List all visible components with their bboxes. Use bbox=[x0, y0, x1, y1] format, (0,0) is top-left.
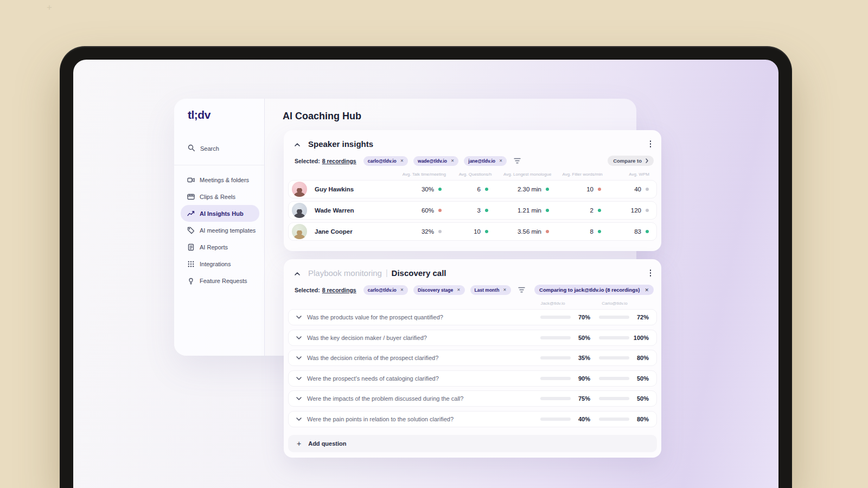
question-row[interactable]: Were the impacts of the problem discusse… bbox=[288, 390, 657, 407]
progress-percent-left: 50% bbox=[571, 335, 590, 341]
filter-chip-wade[interactable]: wade@tldv.io✕ bbox=[413, 156, 458, 166]
playbook-header: Playbook monitoring | Discovery call bbox=[295, 268, 654, 278]
chip-label: carlo@tldv.io bbox=[368, 158, 397, 164]
close-icon[interactable]: ✕ bbox=[400, 158, 404, 163]
filter-chip-jane[interactable]: jane@tldv.io✕ bbox=[464, 156, 507, 166]
sidebar-item-clips-reels[interactable]: Clips & Reels bbox=[181, 188, 259, 205]
question-row[interactable]: Were the prospect's needs of cataloging … bbox=[288, 370, 657, 387]
sidebar-item-label: Meetings & folders bbox=[200, 177, 249, 183]
chip-label: wade@tldv.io bbox=[418, 158, 447, 164]
comparing-label: Comparing to jack@tldv.io (8 recordings) bbox=[539, 287, 640, 293]
sidebar-item-ai-insights-hub[interactable]: AI Insights Hub bbox=[181, 205, 259, 222]
metric-value: 30% bbox=[422, 186, 434, 192]
chip-label: carlo@tldv.io bbox=[368, 287, 397, 293]
metric-value: 10 bbox=[586, 186, 593, 192]
metric-value: 60% bbox=[422, 207, 434, 214]
column-header: Avg. Filler words/min bbox=[551, 172, 602, 177]
column-header: Avg. Longest monologue bbox=[492, 172, 551, 177]
selected-recordings-link[interactable]: 8 recordings bbox=[322, 158, 356, 164]
sidebar-item-ai-reports[interactable]: AI Reports bbox=[181, 239, 259, 255]
progress-bar-right bbox=[599, 356, 629, 359]
table-row-wade-warren[interactable]: Wade Warren 60% 3 1.21 min 2 120 bbox=[288, 201, 657, 220]
question-row[interactable]: Were the pain points in relation to the … bbox=[288, 411, 657, 427]
metric-value: 10 bbox=[474, 228, 481, 235]
filter-lines-icon[interactable] bbox=[514, 158, 521, 164]
chevron-down-icon bbox=[296, 377, 302, 380]
avatar bbox=[292, 203, 307, 218]
progress-bar-right bbox=[599, 316, 629, 319]
column-header: Avg. Questions/h bbox=[446, 172, 492, 177]
collapse-chevron-up-icon[interactable] bbox=[295, 268, 300, 278]
grid-dots-icon bbox=[187, 260, 195, 268]
selected-recordings-link[interactable]: 8 recordings bbox=[322, 287, 356, 293]
sidebar-item-feature-requests[interactable]: Feature Requests bbox=[181, 272, 259, 289]
filter-chip-last-month[interactable]: Last month✕ bbox=[470, 285, 511, 295]
sidebar-item-meetings-folders[interactable]: Meetings & folders bbox=[181, 171, 259, 188]
chip-label: jane@tldv.io bbox=[468, 158, 495, 164]
speaker-filter-chips: carlo@tldv.io✕ wade@tldv.io✕ jane@tldv.i… bbox=[363, 156, 507, 166]
metric-value: 83 bbox=[634, 228, 641, 235]
collapse-chevron-up-icon[interactable] bbox=[295, 139, 300, 149]
progress-bar-right bbox=[599, 336, 629, 339]
comparing-to-chip[interactable]: Comparing to jack@tldv.io (8 recordings)… bbox=[534, 285, 654, 295]
metric-value: 32% bbox=[422, 228, 434, 235]
avatar bbox=[292, 224, 307, 239]
add-question-button[interactable]: + Add question bbox=[288, 435, 657, 452]
filter-lines-icon[interactable] bbox=[518, 287, 525, 293]
progress-bar-left bbox=[540, 397, 571, 400]
question-row[interactable]: Was the decision criteria of the prospec… bbox=[288, 350, 657, 366]
close-icon[interactable]: ✕ bbox=[503, 287, 506, 292]
speaker-name: Jane Cooper bbox=[315, 228, 384, 235]
kebab-menu-icon[interactable] bbox=[647, 268, 654, 278]
progress-percent-left: 40% bbox=[571, 416, 590, 422]
speaker-column-headers: Avg. Talk time/meeting Avg. Questions/h … bbox=[299, 172, 649, 177]
status-dot bbox=[646, 209, 649, 212]
compare-to-button[interactable]: Compare to bbox=[608, 156, 654, 166]
status-dot bbox=[646, 230, 649, 233]
sidebar-item-label: Integrations bbox=[200, 261, 231, 267]
selected-label: Selected: bbox=[295, 158, 320, 164]
trend-chart-icon bbox=[187, 210, 195, 217]
compare-column-carlo: Carlo@tldv.io bbox=[588, 301, 642, 306]
sidebar-item-label: Clips & Reels bbox=[200, 194, 235, 200]
close-icon[interactable]: ✕ bbox=[457, 287, 460, 292]
close-icon[interactable]: ✕ bbox=[499, 158, 502, 163]
close-icon[interactable]: ✕ bbox=[644, 287, 649, 293]
sidebar-item-ai-meeting-templates[interactable]: AI meeting templates bbox=[181, 222, 259, 239]
lightbulb-icon bbox=[187, 277, 195, 285]
question-text: Were the prospect's needs of cataloging … bbox=[307, 375, 540, 382]
close-icon[interactable]: ✕ bbox=[400, 287, 404, 292]
status-dot bbox=[646, 188, 649, 191]
search-input[interactable]: Search bbox=[188, 144, 219, 153]
speaker-rows: Guy Hawkins 30% 6 2.30 min 10 40 Wade Wa… bbox=[288, 180, 657, 243]
filter-chip-discovery-stage[interactable]: Discovery stage✕ bbox=[413, 285, 465, 295]
question-text: Was the key decision maker / buyer clari… bbox=[307, 335, 540, 341]
chevron-down-icon bbox=[296, 356, 302, 359]
chevron-down-icon bbox=[296, 418, 302, 421]
sidebar-item-integrations[interactable]: Integrations bbox=[181, 255, 259, 272]
metric-value: 3.56 min bbox=[518, 228, 541, 235]
progress-bar-left bbox=[540, 316, 571, 319]
chevron-down-icon bbox=[296, 316, 302, 319]
filter-chip-carlo[interactable]: carlo@tldv.io✕ bbox=[363, 285, 408, 295]
progress-percent-left: 35% bbox=[571, 355, 590, 361]
playbook-monitoring-card: Playbook monitoring | Discovery call Sel… bbox=[284, 259, 661, 458]
progress-bar-left bbox=[540, 377, 571, 380]
progress-bar-right bbox=[599, 397, 629, 400]
filter-chip-carlo[interactable]: carlo@tldv.io✕ bbox=[363, 156, 408, 166]
progress-bar-right bbox=[599, 377, 629, 380]
question-text: Was the decision criteria of the prospec… bbox=[307, 355, 540, 361]
playbook-question-rows: Was the products value for the prospect … bbox=[288, 309, 657, 431]
progress-percent-right: 100% bbox=[629, 335, 649, 341]
sidebar-item-label: AI meeting templates bbox=[200, 227, 256, 234]
kebab-menu-icon[interactable] bbox=[647, 139, 654, 149]
table-row-guy-hawkins[interactable]: Guy Hawkins 30% 6 2.30 min 10 40 bbox=[288, 180, 657, 198]
metric-value: 8 bbox=[590, 228, 593, 235]
table-row-jane-cooper[interactable]: Jane Cooper 32% 10 3.56 min 8 83 bbox=[288, 222, 657, 241]
close-icon[interactable]: ✕ bbox=[451, 158, 454, 163]
question-row[interactable]: Was the products value for the prospect … bbox=[288, 309, 657, 325]
report-icon bbox=[187, 243, 195, 251]
question-row[interactable]: Was the key decision maker / buyer clari… bbox=[288, 330, 657, 346]
add-question-label: Add question bbox=[308, 440, 346, 447]
speaker-insights-card: Speaker insights Selected: 8 recordings … bbox=[284, 130, 661, 251]
